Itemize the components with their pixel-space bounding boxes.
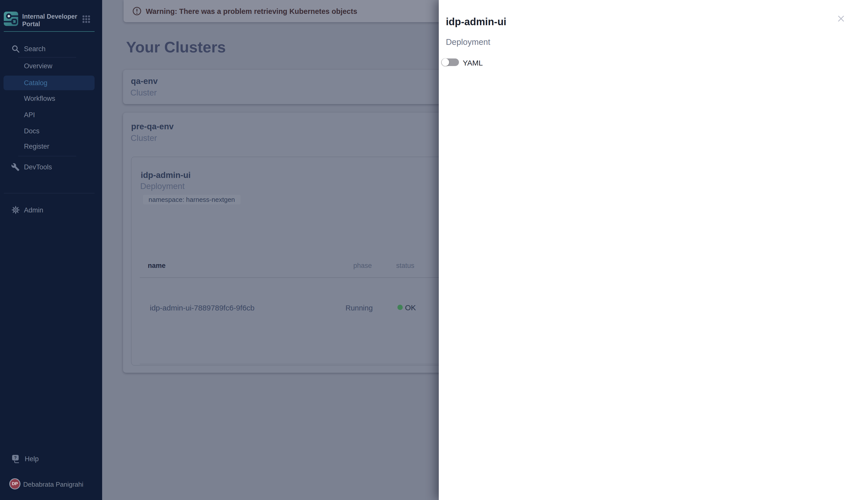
sidebar-item-help[interactable]: ? Help [0, 453, 102, 465]
warning-icon [132, 7, 142, 16]
avatar-initials: DP [12, 481, 18, 486]
app-title-line2: Portal [22, 20, 77, 28]
deployment-card-subtitle: Deployment [140, 181, 185, 191]
cluster-card-subtitle: Cluster [130, 88, 157, 98]
help-chat-icon: ? [11, 454, 21, 464]
pod-phase: Running [345, 304, 373, 312]
app-logo[interactable] [4, 12, 18, 26]
status-dot-green [398, 305, 403, 310]
drawer-title: idp-admin-ui [446, 16, 507, 27]
apps-grid-icon[interactable] [82, 15, 90, 23]
column-header-phase[interactable]: phase [353, 262, 372, 270]
sidebar-item-admin[interactable]: Admin [0, 204, 102, 216]
sidebar-item-label: Catalog [24, 79, 47, 87]
divider [4, 193, 94, 193]
sidebar-item-label: Workflows [24, 95, 55, 103]
column-header-status[interactable]: status [396, 262, 414, 270]
svg-text:?: ? [14, 455, 16, 460]
cluster-card-title: qa-env [131, 76, 158, 86]
sidebar-item-label: API [24, 111, 35, 119]
wrench-icon [11, 163, 20, 171]
column-header-name[interactable]: name [148, 262, 166, 270]
sidebar-item-label: DevTools [24, 163, 52, 171]
divider [18, 156, 76, 156]
page-title: Your Clusters [126, 38, 226, 56]
gear-icon [11, 205, 20, 215]
logo-icon [4, 12, 18, 26]
sidebar-item-overview[interactable]: Overview [0, 61, 102, 71]
yaml-toggle[interactable]: YAML [441, 58, 492, 68]
sidebar-item-label: Docs [24, 127, 40, 135]
user-name: Debabrata Panigrahi [23, 480, 84, 488]
sidebar-item-catalog[interactable]: Catalog [3, 76, 94, 90]
app-root: Internal Developer Portal Search Overvie… [0, 0, 868, 500]
sidebar-item-label: Search [24, 45, 46, 53]
sidebar-teal-divider [4, 31, 94, 32]
cluster-card-subtitle: Cluster [131, 133, 157, 143]
deployment-card-title: idp-admin-ui [141, 170, 191, 180]
pod-status: OK [405, 304, 416, 312]
sidebar-item-devtools[interactable]: DevTools [0, 161, 102, 173]
sidebar-item-label: Admin [24, 206, 43, 214]
drawer-subtitle: Deployment [446, 37, 490, 47]
sidebar: Internal Developer Portal Search Overvie… [0, 0, 102, 500]
namespace-chip: namespace: harness-nextgen [143, 195, 241, 204]
search-icon [12, 45, 20, 53]
details-drawer: idp-admin-ui Deployment YAML Strategy Ty… [439, 0, 868, 500]
sidebar-item-api[interactable]: API [0, 110, 102, 121]
pod-name: idp-admin-ui-7889789fc6-9f6cb [150, 304, 254, 312]
yaml-toggle-label: YAML [463, 59, 483, 67]
sidebar-item-docs[interactable]: Docs [0, 126, 102, 137]
sidebar-item-register[interactable]: Register [0, 142, 102, 152]
toggle-knob[interactable] [442, 58, 449, 66]
warning-banner-text: Warning: There was a problem retrieving … [146, 7, 357, 16]
sidebar-user[interactable]: DP Debabrata Panigrahi [0, 477, 102, 491]
sidebar-item-label: Help [25, 455, 39, 463]
avatar: DP [9, 478, 20, 489]
close-icon[interactable] [837, 15, 845, 23]
cluster-card-title: pre-qa-env [131, 122, 174, 131]
sidebar-item-label: Register [24, 143, 49, 150]
app-title: Internal Developer Portal [22, 13, 77, 28]
sidebar-item-search[interactable]: Search [0, 43, 102, 55]
sidebar-item-label: Overview [24, 62, 53, 70]
sidebar-item-workflows[interactable]: Workflows [0, 94, 102, 104]
app-title-line1: Internal Developer [22, 13, 77, 20]
